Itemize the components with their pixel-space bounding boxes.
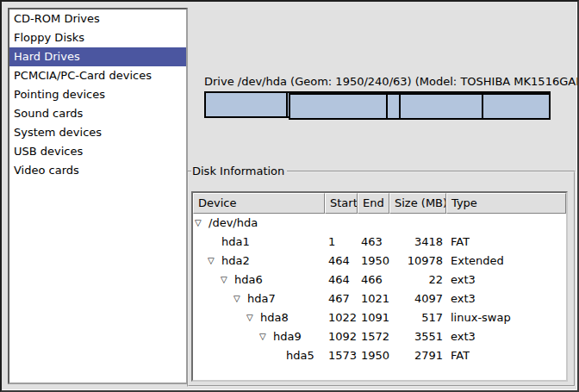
device-category-list: CD-ROM DrivesFloppy DisksHard DrivesPCMC… <box>8 8 188 384</box>
drive-title: Drive /dev/hda (Geom: 1950/240/63) (Mode… <box>204 75 551 88</box>
cell-size: 22 <box>389 271 446 289</box>
cell-end: 463 <box>358 233 389 252</box>
cell-size: 3551 <box>389 327 446 346</box>
cell-type: linux-swap <box>446 308 511 327</box>
cell-type: FAT <box>446 346 470 365</box>
tree-expander-icon[interactable]: ▽ <box>221 271 234 289</box>
cell-start: 1022 <box>325 308 358 327</box>
cell-start: 464 <box>325 271 358 289</box>
sidebar-item-video-cards[interactable]: Video cards <box>9 161 186 180</box>
device-name: hda2 <box>221 252 250 271</box>
column-header-end[interactable]: End <box>358 193 389 214</box>
column-header-type[interactable]: Type <box>446 193 566 214</box>
sidebar-item-usb-devices[interactable]: USB devices <box>9 142 186 161</box>
hardware-browser-window: CD-ROM DrivesFloppy DisksHard DrivesPCMC… <box>0 0 579 392</box>
cell-end: 1021 <box>358 289 389 308</box>
table-row-hda6[interactable]: ▽hda646446622ext3 <box>193 271 566 289</box>
table-body: ▽/dev/hdahda114633418FAT▽hda246419501097… <box>193 214 566 365</box>
cell-start: 467 <box>325 289 358 308</box>
device-name: hda9 <box>273 327 302 346</box>
device-name: hda5 <box>286 346 314 365</box>
table-row-hda5[interactable]: hda5157319502791FAT <box>193 346 566 365</box>
cell-end: 466 <box>358 271 389 289</box>
logical-partition-boundary <box>399 95 401 118</box>
cell-end: 1091 <box>358 308 389 327</box>
table-row-hda8[interactable]: ▽hda810221091517linux-swap <box>193 308 566 327</box>
tree-expander-icon[interactable]: ▽ <box>246 308 260 327</box>
cell-type: Extended <box>446 252 504 271</box>
cell-end <box>358 214 389 233</box>
device-name: hda7 <box>247 289 276 308</box>
disk-information-groupbox: Disk Information DeviceStartEndSize (MB)… <box>187 165 576 387</box>
logical-partition-boundary <box>482 95 483 118</box>
tree-expander-icon[interactable]: ▽ <box>233 289 247 308</box>
table-row-hda2[interactable]: ▽hda2464195010978Extended <box>193 252 566 271</box>
cell-type: ext3 <box>446 327 476 346</box>
cell-size: 2791 <box>389 346 446 365</box>
table-row-hda1[interactable]: hda114633418FAT <box>193 233 566 252</box>
disk-information-label: Disk Information <box>191 165 287 177</box>
sidebar-item-pointing-devices[interactable]: Pointing devices <box>9 85 186 104</box>
tree-expander-icon[interactable]: ▽ <box>195 214 209 233</box>
sidebar-item-floppy-disks[interactable]: Floppy Disks <box>9 28 186 47</box>
cell-end: 1950 <box>358 346 389 365</box>
sidebar-item-system-devices[interactable]: System devices <box>9 123 186 142</box>
table-row-dev-hda[interactable]: ▽/dev/hda <box>193 214 566 233</box>
cell-size: 10978 <box>389 252 446 271</box>
sidebar-item-hard-drives[interactable]: Hard Drives <box>9 47 186 66</box>
cell-start: 1 <box>325 233 358 252</box>
table-row-hda7[interactable]: ▽hda746710214097ext3 <box>193 289 566 308</box>
extended-partition-box <box>289 93 551 120</box>
table-header-row: DeviceStartEndSize (MB)Type <box>193 193 566 214</box>
cell-end: 1950 <box>358 252 389 271</box>
tree-expander-icon[interactable]: ▽ <box>259 327 273 346</box>
disk-information-table: DeviceStartEndSize (MB)Type ▽/dev/hdahda… <box>191 191 568 382</box>
cell-type: ext3 <box>446 271 476 289</box>
device-name: hda6 <box>234 271 263 289</box>
cell-start: 464 <box>325 252 358 271</box>
sidebar-item-sound-cards[interactable]: Sound cards <box>9 104 186 123</box>
cell-size <box>389 214 446 233</box>
cell-end: 1572 <box>358 327 389 346</box>
cell-size: 4097 <box>389 289 446 308</box>
logical-partition-boundary <box>386 95 388 118</box>
table-row-hda9[interactable]: ▽hda9109215723551ext3 <box>193 327 566 346</box>
cell-size: 3418 <box>389 233 446 252</box>
sidebar-item-cd-rom-drives[interactable]: CD-ROM Drives <box>9 9 186 28</box>
cell-start: 1573 <box>325 346 358 365</box>
cell-type <box>446 214 451 233</box>
tree-expander-icon[interactable]: ▽ <box>208 252 221 271</box>
cell-type: FAT <box>446 233 470 252</box>
sidebar-item-pcmcia-pc-card-devices[interactable]: PCMCIA/PC-Card devices <box>9 66 186 85</box>
cell-size: 517 <box>389 308 446 327</box>
column-header-start[interactable]: Start <box>325 193 358 214</box>
cell-type: ext3 <box>446 289 476 308</box>
device-name: hda8 <box>260 308 289 327</box>
column-header-device[interactable]: Device <box>193 193 325 214</box>
cell-start <box>325 214 358 233</box>
cell-start: 1092 <box>325 327 358 346</box>
column-header-size-mb[interactable]: Size (MB) <box>389 193 446 214</box>
device-name: /dev/hda <box>209 214 258 233</box>
device-name: hda1 <box>221 233 250 252</box>
drive-partition-bar <box>204 91 551 118</box>
